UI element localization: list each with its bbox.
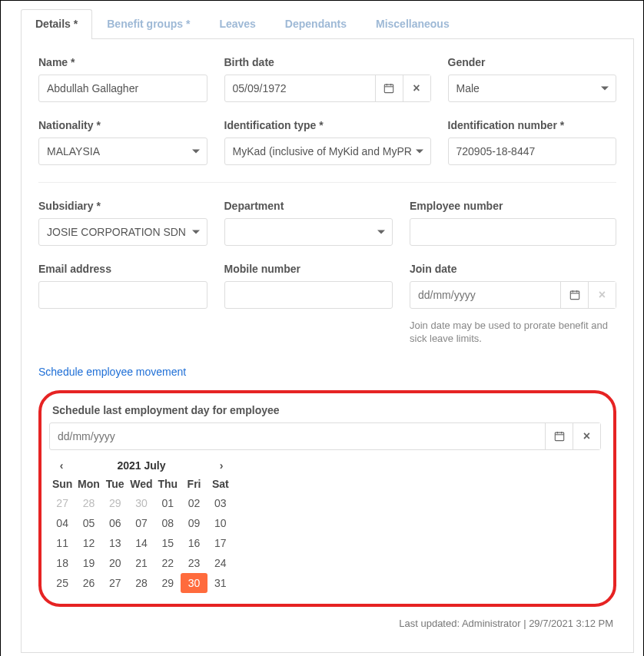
birth-date-clear-button[interactable]: × — [403, 75, 430, 101]
calendar-dow-cell: Mon — [75, 475, 101, 493]
join-date-clear-button[interactable]: × — [588, 282, 616, 308]
calendar-day-cell[interactable]: 21 — [128, 553, 154, 573]
calendar-day-cell[interactable]: 13 — [102, 533, 128, 553]
calendar-day-cell[interactable]: 11 — [49, 533, 75, 553]
calendar-day-cell[interactable]: 28 — [75, 493, 101, 513]
mobile-input[interactable] — [224, 281, 393, 309]
calendar-day-cell[interactable]: 30 — [128, 493, 154, 513]
email-field-group: Email address — [38, 263, 207, 346]
tab-strip: Details * Benefit groups * Leaves Depend… — [21, 8, 634, 39]
calendar-day-cell[interactable]: 04 — [49, 513, 75, 533]
calendar-day-cell[interactable]: 08 — [154, 513, 181, 533]
calendar-header: ‹ 2021 July › — [49, 456, 234, 475]
calendar-day-cell[interactable]: 28 — [128, 573, 154, 593]
tab-details[interactable]: Details * — [21, 9, 92, 39]
gender-select[interactable]: Male — [448, 75, 617, 102]
calendar-week-row: 04050607080910 — [49, 513, 234, 533]
calendar-day-cell[interactable]: 31 — [207, 573, 234, 593]
birth-date-input[interactable] — [225, 75, 375, 101]
nationality-select[interactable]: MALAYSIA — [38, 137, 207, 165]
schedule-last-day-clear-button[interactable]: × — [573, 423, 600, 449]
schedule-movement-link[interactable]: Schedule employee movement — [38, 366, 186, 378]
calendar-day-cell[interactable]: 14 — [128, 533, 154, 553]
calendar-day-cell[interactable]: 24 — [207, 553, 234, 573]
last-updated-text: Last updated: Administrator | 29/7/2021 … — [41, 618, 613, 629]
tab-miscellaneous[interactable]: Miscellaneous — [361, 9, 464, 39]
join-date-label: Join date — [410, 263, 616, 275]
calendar-week-row: 18192021222324 — [49, 553, 234, 573]
calendar-prev-button[interactable]: ‹ — [49, 459, 74, 472]
calendar-dow-cell: Tue — [102, 475, 128, 493]
subsidiary-select[interactable]: JOSIE CORPORATION SDN BHD — [38, 218, 207, 246]
calendar-day-cell[interactable]: 02 — [181, 493, 207, 513]
calendar-day-cell[interactable]: 27 — [49, 493, 75, 513]
gender-label: Gender — [448, 56, 617, 68]
schedule-last-day-input[interactable] — [50, 423, 545, 449]
calendar-dow-cell: Thu — [154, 475, 181, 493]
calendar-dow-cell: Sun — [49, 475, 75, 493]
calendar-day-cell[interactable]: 29 — [154, 573, 181, 593]
id-type-label: Identification type * — [224, 119, 431, 131]
calendar-day-cell[interactable]: 26 — [75, 573, 101, 593]
subsidiary-label: Subsidiary * — [38, 200, 207, 212]
birth-date-label: Birth date — [224, 56, 431, 68]
calendar-day-cell[interactable]: 16 — [181, 533, 207, 553]
calendar-icon — [569, 290, 580, 300]
tab-leaves[interactable]: Leaves — [204, 9, 270, 39]
calendar-body: 2728293001020304050607080910111213141516… — [49, 493, 234, 593]
svg-rect-0 — [384, 84, 393, 93]
close-icon: × — [583, 429, 590, 443]
calendar-day-cell[interactable]: 30 — [181, 573, 207, 593]
nationality-field-group: Nationality * MALAYSIA — [38, 119, 207, 165]
calendar-day-cell[interactable]: 12 — [75, 533, 101, 553]
calendar-week-row: 11121314151617 — [49, 533, 234, 553]
join-date-calendar-button[interactable] — [560, 282, 588, 308]
calendar-day-cell[interactable]: 27 — [102, 573, 128, 593]
calendar-day-cell[interactable]: 22 — [154, 553, 181, 573]
calendar-day-cell[interactable]: 18 — [49, 553, 75, 573]
id-type-select[interactable]: MyKad (inclusive of MyKid and MyPR) — [224, 137, 431, 165]
subsidiary-select-wrap: JOSIE CORPORATION SDN BHD — [38, 218, 207, 246]
employee-number-input[interactable] — [410, 218, 616, 246]
calendar-popup: ‹ 2021 July › SunMonTueWedThuFriSat 2728… — [49, 456, 234, 593]
nationality-select-wrap: MALAYSIA — [38, 137, 207, 165]
schedule-last-day-calendar-button[interactable] — [545, 423, 573, 449]
gender-field-group: Gender Male — [448, 56, 617, 102]
calendar-day-cell[interactable]: 01 — [154, 493, 181, 513]
mobile-label: Mobile number — [224, 263, 393, 275]
birth-date-calendar-button[interactable] — [375, 75, 403, 101]
id-number-input[interactable] — [448, 137, 617, 165]
calendar-day-cell[interactable]: 10 — [207, 513, 234, 533]
department-select[interactable] — [224, 218, 393, 246]
tab-benefit-groups[interactable]: Benefit groups * — [92, 9, 204, 39]
calendar-day-cell[interactable]: 15 — [154, 533, 181, 553]
calendar-title[interactable]: 2021 July — [74, 459, 209, 472]
calendar-day-cell[interactable]: 17 — [207, 533, 234, 553]
employee-number-label: Employee number — [410, 200, 616, 212]
join-date-input[interactable] — [410, 282, 560, 308]
name-input[interactable] — [38, 75, 207, 102]
details-panel: Name * Birth date × Gender Male — [21, 39, 634, 653]
calendar-day-cell[interactable]: 25 — [49, 573, 75, 593]
calendar-day-cell[interactable]: 23 — [181, 553, 207, 573]
calendar-day-cell[interactable]: 05 — [75, 513, 101, 533]
join-date-field-group: Join date × Join date may be used to pro… — [410, 263, 616, 346]
calendar-day-cell[interactable]: 06 — [102, 513, 128, 533]
calendar-day-cell[interactable]: 20 — [102, 553, 128, 573]
tab-dependants[interactable]: Dependants — [271, 9, 361, 39]
app-window: Details * Benefit groups * Leaves Depend… — [0, 0, 644, 656]
email-input[interactable] — [38, 281, 207, 309]
mobile-field-group: Mobile number — [224, 263, 393, 346]
name-field-group: Name * — [38, 56, 207, 102]
calendar-next-button[interactable]: › — [209, 459, 234, 472]
subsidiary-field-group: Subsidiary * JOSIE CORPORATION SDN BHD — [38, 200, 207, 246]
schedule-last-day-section: Schedule last employment day for employe… — [38, 390, 616, 607]
birth-date-field-group: Birth date × — [224, 56, 431, 102]
calendar-day-cell[interactable]: 07 — [128, 513, 154, 533]
schedule-last-day-group: × — [49, 422, 601, 450]
calendar-day-cell[interactable]: 29 — [102, 493, 128, 513]
svg-rect-8 — [555, 432, 563, 441]
calendar-day-cell[interactable]: 19 — [75, 553, 101, 573]
calendar-day-cell[interactable]: 03 — [207, 493, 234, 513]
calendar-day-cell[interactable]: 09 — [181, 513, 207, 533]
